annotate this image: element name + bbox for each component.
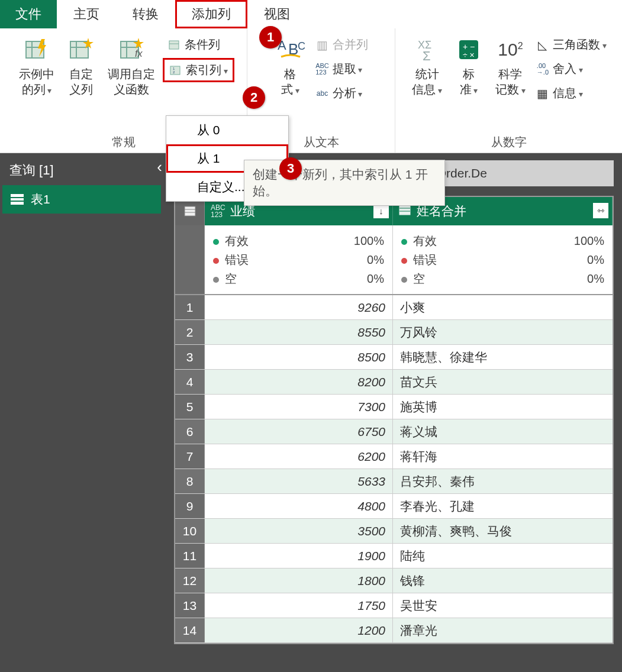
svg-rect-13: [169, 41, 179, 49]
table-row[interactable]: 19260小爽: [175, 295, 613, 320]
svg-rect-26: [185, 206, 195, 216]
collapse-pane-button[interactable]: ‹: [157, 158, 162, 176]
table-row[interactable]: 48200苗文兵: [175, 370, 613, 395]
trig-button[interactable]: ◺三角函数: [531, 34, 611, 55]
row-number: 9: [175, 494, 205, 518]
cell-yeji[interactable]: 1900: [205, 544, 393, 568]
callout-badge-2: 2: [243, 86, 265, 109]
conditional-column-button[interactable]: 条件列: [163, 34, 234, 55]
tab-file[interactable]: 文件: [0, 0, 57, 28]
cell-yeji[interactable]: 9260: [205, 295, 393, 319]
index-column-button[interactable]: 12 索引列: [163, 59, 234, 82]
table-row[interactable]: 103500黄柳清、爽鸭、马俊: [175, 519, 613, 544]
cell-yeji[interactable]: 4800: [205, 494, 393, 518]
index-from-0[interactable]: 从 0: [166, 116, 288, 144]
type-any-icon: ABC 123: [211, 204, 225, 218]
cell-name[interactable]: 黄柳清、爽鸭、马俊: [393, 519, 613, 543]
cell-yeji[interactable]: 5633: [205, 469, 393, 493]
scientific-label: 科学 记数: [495, 66, 526, 98]
tooltip-index-from-1: 创建一个新列，其中索引从 1 开始。: [244, 160, 445, 206]
group-number-label: 从数字: [491, 134, 527, 153]
ribbon-tabs: 文件 主页 转换 添加列 视图: [0, 0, 622, 28]
cell-name[interactable]: 吕安邦、秦伟: [393, 469, 613, 493]
expand-icon[interactable]: ⇿: [593, 203, 608, 218]
svg-text:fx: fx: [135, 49, 143, 59]
cell-yeji[interactable]: 1200: [205, 618, 393, 642]
tab-transform[interactable]: 转换: [116, 0, 175, 28]
table-body: 19260小爽28550万风铃38500韩晓慧、徐建华48200苗文兵57300…: [175, 295, 613, 643]
cell-name[interactable]: 苗文兵: [393, 370, 613, 394]
cell-yeji[interactable]: 1750: [205, 593, 393, 618]
table-cond-icon: [168, 38, 181, 51]
merge-columns-button[interactable]: ▥合并列: [311, 34, 373, 55]
cell-name[interactable]: 陆纯: [393, 544, 613, 568]
svg-rect-29: [399, 205, 410, 215]
cell-yeji[interactable]: 7300: [205, 395, 393, 419]
cell-yeji[interactable]: 8200: [205, 370, 393, 394]
table-index-icon: 12: [169, 64, 182, 77]
cell-yeji[interactable]: 8550: [205, 320, 393, 344]
table-row[interactable]: 141200潘章光: [175, 618, 613, 643]
cell-name[interactable]: 李春光、孔建: [393, 494, 613, 518]
scientific-button[interactable]: 102 科学 记数: [489, 32, 531, 98]
stats-label: 统计 信息: [412, 66, 442, 98]
cell-name[interactable]: 万风铃: [393, 320, 613, 344]
table-row[interactable]: 76200蒋轩海: [175, 444, 613, 469]
tab-add-column[interactable]: 添加列: [175, 0, 247, 28]
cell-name[interactable]: 蒋义城: [393, 419, 613, 444]
ribbon-group-number: XΣΣ 统计 信息 + −÷ × 标 准 102 科学 记数 ◺三角函数 .00…: [395, 28, 622, 153]
row-number: 2: [175, 320, 205, 344]
cell-yeji[interactable]: 6200: [205, 444, 393, 469]
info-button[interactable]: ▦信息: [531, 83, 611, 104]
cell-name[interactable]: 蒋轩海: [393, 444, 613, 469]
example-column-button[interactable]: 示例中 的列: [13, 32, 60, 98]
info-icon: ▦: [536, 87, 549, 100]
table-row[interactable]: 121800钱锋: [175, 568, 613, 593]
table-icon: [11, 194, 24, 205]
sigma-icon: XΣΣ: [412, 34, 442, 65]
query-item-table1[interactable]: 表1: [2, 185, 161, 214]
table-row[interactable]: 38500韩晓慧、徐建华: [175, 345, 613, 370]
row-number: 8: [175, 469, 205, 493]
analyze-icon: abc: [316, 87, 329, 100]
table-star-icon: [66, 34, 96, 65]
queries-header: 查询 [1]: [0, 153, 166, 185]
table-row[interactable]: 28550万风铃: [175, 320, 613, 345]
cell-name[interactable]: 吴世安: [393, 593, 613, 618]
cell-yeji[interactable]: 8500: [205, 345, 393, 369]
table-row[interactable]: 94800李春光、孔建: [175, 494, 613, 519]
analyze-button[interactable]: abc分析: [311, 83, 373, 104]
table-row[interactable]: 57300施英博: [175, 395, 613, 419]
cell-yeji[interactable]: 1800: [205, 568, 393, 593]
tab-home[interactable]: 主页: [57, 0, 116, 28]
cell-name[interactable]: 施英博: [393, 395, 613, 419]
index-column-label: 索引列: [186, 62, 228, 78]
table-row[interactable]: 131750吴世安: [175, 593, 613, 618]
extract-icon: ABC123: [316, 63, 329, 76]
stats-button[interactable]: XΣΣ 统计 信息: [406, 32, 448, 98]
data-table: ABC 123 业绩 ↓ 姓名合并 ⇿ 有效100% 错误0% 空0%: [174, 196, 614, 644]
custom-column-button[interactable]: 自定 义列: [60, 32, 102, 97]
round-icon: .00→.0: [536, 63, 549, 76]
callout-badge-1: 1: [259, 26, 282, 49]
table-row[interactable]: 66750蒋义城: [175, 419, 613, 444]
tab-view[interactable]: 视图: [247, 0, 307, 28]
extract-button[interactable]: ABC123提取: [311, 59, 373, 79]
ten-power-icon: 102: [495, 34, 525, 65]
round-button[interactable]: .00→.0舍入: [531, 59, 611, 79]
table-row[interactable]: 111900陆纯: [175, 544, 613, 568]
table-lightning-icon: [22, 34, 51, 65]
standard-button[interactable]: + −÷ × 标 准: [448, 32, 489, 98]
cell-name[interactable]: 潘章光: [393, 618, 613, 642]
row-number: 4: [175, 370, 205, 394]
invoke-function-button[interactable]: fx 调用自定 义函数: [102, 32, 161, 97]
cell-yeji[interactable]: 3500: [205, 519, 393, 543]
table-row[interactable]: 85633吕安邦、秦伟: [175, 469, 613, 494]
row-number: 5: [175, 395, 205, 419]
cell-name[interactable]: 小爽: [393, 295, 613, 319]
cell-yeji[interactable]: 6750: [205, 419, 393, 444]
svg-text:Σ: Σ: [423, 49, 431, 63]
triangle-icon: ◺: [536, 38, 549, 51]
cell-name[interactable]: 钱锋: [393, 568, 613, 593]
cell-name[interactable]: 韩晓慧、徐建华: [393, 345, 613, 369]
